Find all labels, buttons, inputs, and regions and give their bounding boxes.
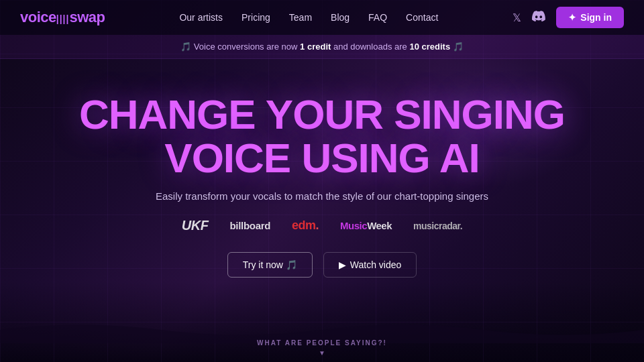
hero-title: CHANGE YOUR SINGING VOICE USING AI	[13, 93, 631, 180]
discord-icon[interactable]	[532, 11, 545, 24]
logo-text: voice||||swap	[20, 9, 105, 26]
hero-subtitle: Easily transform your vocals to match th…	[13, 190, 631, 202]
bottom-teaser: WHAT ARE PEOPLE SAYING?! ▼	[0, 339, 644, 362]
brand-musicradar: musicradar.	[413, 221, 462, 231]
brand-musicweek: MusicWeek	[340, 220, 392, 231]
play-icon: ▶	[339, 259, 346, 270]
brand-ukf: UKF	[182, 218, 209, 233]
announcement-banner: 🎵 Voice conversions are now 1 credit and…	[0, 35, 644, 59]
what-saying-label: WHAT ARE PEOPLE SAYING?!	[0, 339, 644, 347]
banner-text: 🎵 Voice conversions are now 1 credit and…	[180, 42, 464, 52]
navbar: voice||||swap Our artists Pricing Team B…	[0, 0, 644, 35]
star-icon: ✦	[568, 12, 576, 23]
logo[interactable]: voice||||swap	[20, 9, 105, 26]
brand-edm: edm.	[292, 219, 319, 233]
cta-buttons: Try it now 🎵 ▶ Watch video	[13, 252, 631, 278]
brand-billboard: billboard	[229, 220, 270, 231]
nav-item-blog[interactable]: Blog	[331, 11, 350, 23]
nav-right: 𝕏 ✦ Sign in	[513, 7, 624, 28]
try-now-button[interactable]: Try it now 🎵	[227, 252, 313, 278]
scroll-down-icon: ▼	[0, 349, 644, 357]
nav-item-faq[interactable]: FAQ	[368, 11, 387, 23]
nav-item-pricing[interactable]: Pricing	[241, 11, 270, 23]
logo-wave-icon: ||||	[56, 13, 70, 24]
hero-section: CHANGE YOUR SINGING VOICE USING AI Easil…	[0, 59, 644, 298]
twitter-icon[interactable]: 𝕏	[513, 11, 521, 24]
nav-item-contact[interactable]: Contact	[406, 11, 438, 23]
nav-links: Our artists Pricing Team Blog FAQ Contac…	[179, 11, 438, 23]
nav-item-our-artists[interactable]: Our artists	[179, 11, 223, 23]
watch-video-button[interactable]: ▶ Watch video	[323, 252, 417, 278]
signin-button[interactable]: ✦ Sign in	[556, 7, 624, 28]
nav-item-team[interactable]: Team	[289, 11, 312, 23]
brand-logos: UKF billboard edm. MusicWeek musicradar.	[13, 218, 631, 233]
